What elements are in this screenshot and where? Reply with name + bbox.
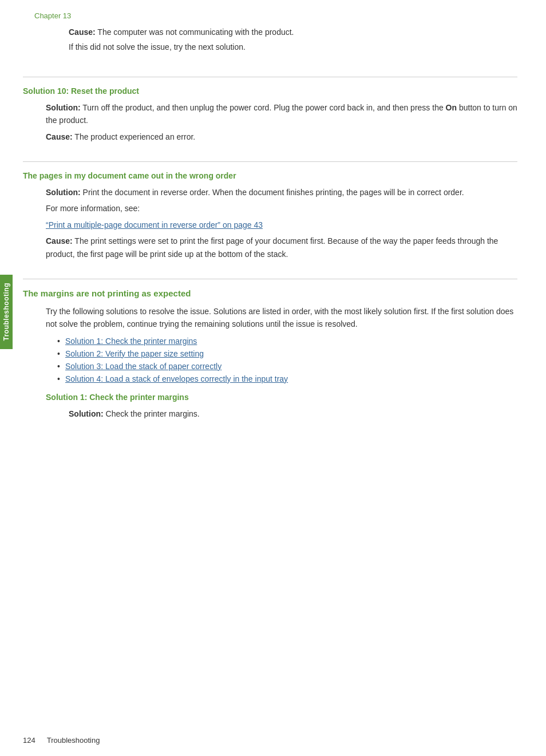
top-cause-label: Cause: — [69, 27, 96, 37]
margins-solutions-list: Solution 1: Check the printer margins So… — [46, 337, 517, 383]
list-item: Solution 4: Load a stack of envelopes co… — [57, 374, 517, 383]
solution1-heading: Solution 1: Check the printer margins — [46, 393, 517, 402]
top-followup-text: If this did not solve the issue, try the… — [69, 41, 517, 53]
solution3-link[interactable]: Solution 3: Load the stack of paper corr… — [65, 362, 221, 371]
top-cause-line: Cause: The computer was not communicatin… — [69, 26, 517, 38]
solution1-solution-label: Solution: — [69, 409, 104, 418]
wrong-order-link-line: “Print a multiple-page document in rever… — [46, 219, 517, 231]
divider-2 — [23, 161, 517, 162]
page-container: Troubleshooting Chapter 13 Cause: The co… — [0, 0, 546, 756]
solution1-block: Solution 1: Check the printer margins So… — [46, 393, 517, 429]
solution10-solution-label: Solution: — [46, 103, 81, 112]
footer-page-number: 124 — [23, 736, 35, 745]
wrong-order-more-info: For more information, see: — [46, 202, 517, 215]
margins-intro: Try the following solutions to resolve t… — [46, 305, 517, 331]
main-content: Chapter 13 Cause: The computer was not c… — [23, 0, 517, 435]
wrong-order-cause-line: Cause: The print settings were set to pr… — [46, 235, 517, 260]
solution10-content: Solution: Turn off the product, and then… — [23, 101, 517, 143]
solution10-cause-line: Cause: The product experienced an error. — [46, 130, 517, 143]
list-item: Solution 2: Verify the paper size settin… — [57, 349, 517, 358]
wrong-order-cause-label: Cause: — [46, 236, 73, 246]
solution10-block: Solution 10: Reset the product Solution:… — [23, 86, 517, 152]
margins-main: Try the following solutions to resolve t… — [23, 305, 517, 429]
solution1-solution-text: Check the printer margins. — [106, 409, 200, 418]
wrong-order-solution-text: Print the document in reverse order. Whe… — [83, 188, 464, 197]
solution1-content: Solution: Check the printer margins. — [46, 407, 517, 420]
wrong-order-link[interactable]: “Print a multiple-page document in rever… — [46, 220, 263, 229]
margins-block: The margins are not printing as expected… — [23, 288, 517, 435]
solution4-link[interactable]: Solution 4: Load a stack of envelopes co… — [65, 374, 288, 383]
wrong-order-content: Solution: Print the document in reverse … — [23, 186, 517, 260]
solution10-cause-text: The product experienced an error. — [74, 132, 195, 141]
solution10-bold-word: On — [446, 103, 457, 112]
solution10-cause-label: Cause: — [46, 132, 73, 141]
list-item: Solution 1: Check the printer margins — [57, 337, 517, 346]
top-cause-text: The computer was not communicating with … — [97, 27, 294, 37]
footer: 124 Troubleshooting — [23, 736, 517, 745]
solution10-solution-line: Solution: Turn off the product, and then… — [46, 101, 517, 127]
side-tab-label: Troubleshooting — [2, 283, 10, 341]
footer-label: Troubleshooting — [47, 736, 100, 745]
margins-heading: The margins are not printing as expected — [23, 288, 517, 298]
chapter-label: Chapter 13 — [23, 11, 517, 20]
wrong-order-solution-label: Solution: — [46, 188, 81, 197]
wrong-order-solution-line: Solution: Print the document in reverse … — [46, 186, 517, 199]
wrong-order-cause-text: The print settings were set to print the… — [46, 236, 498, 258]
divider-1 — [23, 77, 517, 77]
divider-3 — [23, 279, 517, 279]
top-section: Cause: The computer was not communicatin… — [23, 26, 517, 68]
list-item: Solution 3: Load the stack of paper corr… — [57, 362, 517, 371]
side-tab: Troubleshooting — [0, 275, 13, 349]
solution1-solution-line: Solution: Check the printer margins. — [69, 407, 517, 420]
wrong-order-block: The pages in my document came out in the… — [23, 171, 517, 270]
solution10-heading: Solution 10: Reset the product — [23, 86, 517, 96]
solution2-link[interactable]: Solution 2: Verify the paper size settin… — [65, 349, 204, 358]
solution10-solution-text: Turn off the product, and then unplug th… — [46, 103, 517, 125]
solution1-link[interactable]: Solution 1: Check the printer margins — [65, 337, 197, 346]
wrong-order-heading: The pages in my document came out in the… — [23, 171, 517, 180]
